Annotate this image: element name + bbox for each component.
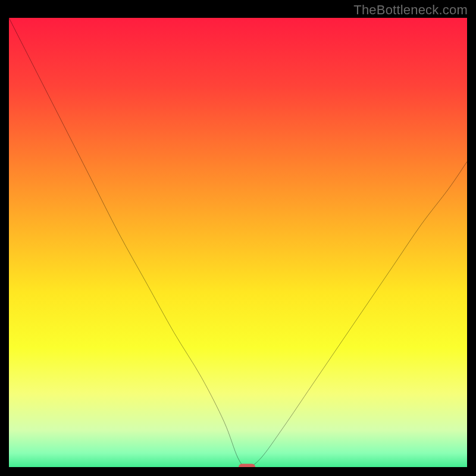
chart-frame: TheBottleneck.com bbox=[0, 0, 476, 476]
bottleneck-curve bbox=[9, 18, 467, 467]
optimal-point-marker bbox=[239, 464, 255, 468]
plot-area bbox=[9, 18, 467, 467]
watermark-text: TheBottleneck.com bbox=[353, 2, 468, 18]
